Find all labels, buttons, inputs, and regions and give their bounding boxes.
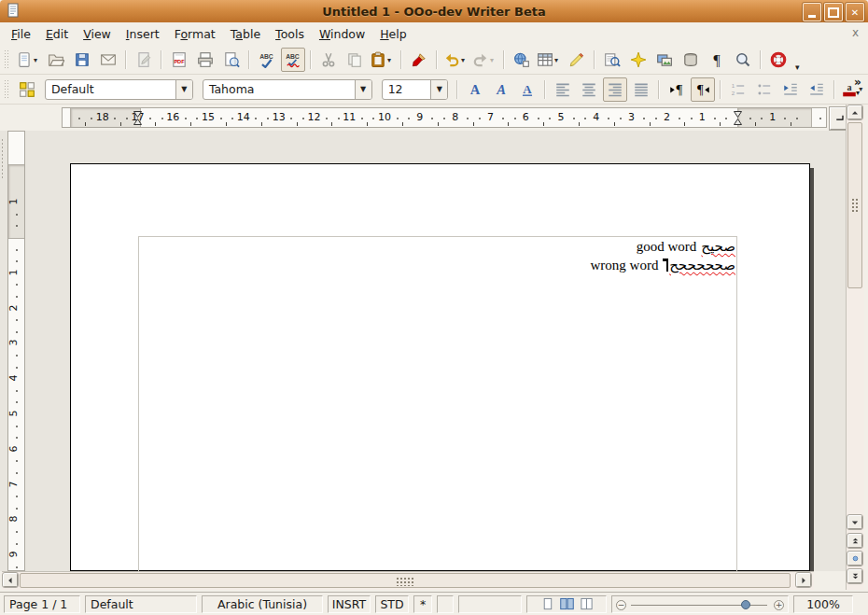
toolbar-grip[interactable] — [4, 79, 10, 100]
horizontal-ruler[interactable]: 1817161514131211109876543211 — [62, 107, 827, 128]
format-paintbrush-button[interactable] — [407, 48, 431, 72]
dropdown-arrow-icon[interactable]: ▾ — [554, 56, 562, 64]
font-size-combo-value[interactable]: 12 — [383, 82, 431, 96]
nonprinting-characters-button[interactable]: ¶ — [705, 48, 729, 72]
right-to-left-button[interactable]: ¶ — [691, 77, 715, 102]
horizontal-scroll-thumb[interactable] — [20, 573, 791, 588]
font-size-combo-dropdown-button[interactable]: ▼ — [430, 80, 447, 99]
underline-button[interactable]: A — [515, 77, 539, 102]
paragraph-style-combo-dropdown-button[interactable]: ▼ — [175, 80, 192, 99]
redo-button[interactable]: ▾ — [471, 48, 498, 72]
text-line-good[interactable]: good wordصحيح — [138, 237, 735, 256]
dropdown-arrow-icon[interactable]: ▾ — [387, 56, 395, 64]
hyperlink-button[interactable] — [510, 48, 534, 72]
font-name-combo-dropdown-button[interactable]: ▼ — [355, 80, 371, 99]
edit-file-button[interactable] — [132, 48, 156, 72]
menu-format[interactable]: Format — [167, 24, 223, 44]
bullets-button[interactable] — [752, 77, 777, 102]
zoom-out-button[interactable]: − — [616, 600, 626, 610]
next-page-button[interactable] — [847, 569, 862, 583]
zoom-slider[interactable]: −+ — [611, 595, 789, 613]
draw-functions-button[interactable] — [565, 48, 589, 72]
scroll-down-button[interactable] — [847, 515, 862, 529]
styles-button[interactable] — [15, 77, 39, 102]
vertical-scroll-thumb[interactable] — [847, 122, 862, 288]
digital-signature[interactable] — [437, 595, 454, 613]
minimize-button[interactable] — [803, 3, 821, 21]
toolbar-grip[interactable] — [4, 49, 10, 70]
menu-help[interactable]: Help — [372, 24, 414, 44]
menu-tools[interactable]: Tools — [268, 24, 312, 44]
zoom-in-button[interactable]: + — [774, 600, 784, 610]
align-center-button[interactable] — [577, 77, 601, 102]
document-text[interactable]: good wordصحيح wrong word صحححححح — [138, 237, 735, 274]
paste-button[interactable]: ▾ — [369, 48, 396, 72]
left-to-right-button[interactable]: ¶ — [665, 77, 689, 102]
align-right-button[interactable] — [603, 77, 627, 102]
document-info[interactable] — [458, 595, 522, 613]
navigator-button[interactable] — [626, 48, 651, 72]
menu-table[interactable]: Table — [223, 24, 268, 44]
font-name-combo[interactable]: Tahoma▼ — [203, 79, 372, 100]
close-button[interactable]: ✕ — [846, 3, 864, 21]
dropdown-arrow-icon[interactable]: ▾ — [461, 56, 469, 64]
close-document-icon[interactable]: x — [852, 26, 859, 39]
save-button[interactable] — [70, 48, 94, 72]
print-button[interactable] — [193, 48, 217, 72]
menu-window[interactable]: Window — [312, 24, 372, 44]
italic-button[interactable]: A — [489, 77, 513, 102]
font-name-combo-value[interactable]: Tahoma — [203, 82, 355, 96]
dropdown-arrow-icon[interactable]: ▾ — [490, 56, 497, 64]
page-indicator[interactable]: Page 1 / 1 — [4, 595, 80, 613]
book-view-button[interactable] — [580, 597, 594, 611]
single-page-button[interactable] — [540, 597, 554, 611]
undo-button[interactable]: ▾ — [442, 48, 469, 72]
maximize-button[interactable] — [824, 3, 843, 21]
view-layout[interactable] — [526, 595, 607, 613]
cut-button[interactable] — [316, 48, 341, 72]
insert-mode[interactable]: INSRT — [328, 595, 371, 613]
increase-indent-button[interactable] — [778, 77, 803, 102]
document-modified[interactable]: * — [413, 595, 432, 613]
horizontal-scrollbar[interactable] — [2, 571, 814, 590]
toolbar-overflow[interactable]: ▾ — [795, 63, 800, 72]
numbering-button[interactable]: 12 — [726, 77, 750, 102]
toolbar-overflow[interactable]: » ▾ — [850, 77, 865, 99]
email-document-button[interactable] — [96, 48, 120, 72]
bold-button[interactable]: A — [463, 77, 487, 102]
data-sources-button[interactable] — [679, 48, 703, 72]
zoom-level[interactable]: 100% — [793, 595, 853, 613]
paragraph-style-combo-value[interactable]: Default — [46, 82, 175, 96]
language[interactable]: Arabic (Tunisia) — [202, 595, 323, 613]
spellcheck-button[interactable]: ABC — [255, 48, 279, 72]
page-style[interactable]: Default — [85, 595, 197, 613]
menu-insert[interactable]: Insert — [119, 24, 167, 44]
scroll-right-button[interactable] — [796, 573, 811, 587]
table-button[interactable]: ▾ — [536, 48, 563, 72]
dropdown-arrow-icon[interactable]: ▾ — [34, 56, 41, 64]
menu-view[interactable]: View — [76, 24, 119, 44]
navigation-button[interactable] — [847, 552, 862, 566]
scroll-left-button[interactable] — [3, 573, 18, 587]
new-document-button[interactable]: ▾ — [15, 48, 42, 72]
previous-page-button[interactable] — [847, 534, 862, 548]
align-left-button[interactable] — [551, 77, 575, 102]
page-preview-button[interactable] — [219, 48, 244, 72]
multi-page-button[interactable] — [560, 597, 574, 611]
zoom-slider-handle[interactable] — [741, 600, 750, 609]
font-size-combo[interactable]: 12▼ — [382, 79, 449, 100]
gallery-button[interactable] — [652, 48, 677, 72]
help-button[interactable] — [766, 48, 791, 72]
vertical-scrollbar[interactable] — [846, 105, 864, 590]
auto-spellcheck-button[interactable]: ABC — [281, 48, 305, 72]
export-pdf-button[interactable]: PDF — [167, 48, 191, 72]
text-line-wrong[interactable]: wrong word صحححححح — [138, 256, 735, 274]
indent-marker[interactable] — [133, 110, 142, 128]
copy-button[interactable] — [343, 48, 367, 72]
justified-button[interactable] — [629, 77, 653, 102]
find-replace-button[interactable] — [600, 48, 624, 72]
zoom-button[interactable] — [731, 48, 755, 72]
title-bar[interactable]: Untitled 1 - OOo-dev Writer Beta ✕ — [0, 0, 868, 23]
decrease-indent-button[interactable] — [805, 77, 829, 102]
selection-mode[interactable]: STD — [375, 595, 409, 613]
